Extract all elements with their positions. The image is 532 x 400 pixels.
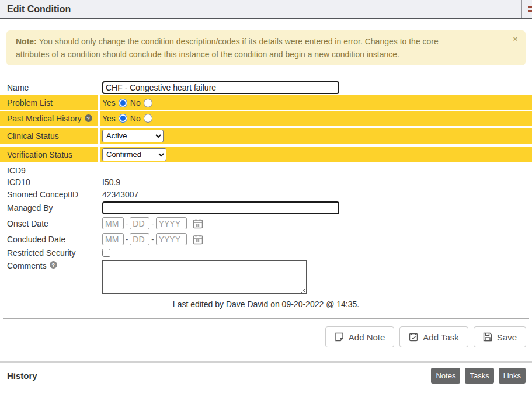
note-icon bbox=[335, 332, 344, 342]
help-icon[interactable]: ? bbox=[50, 261, 57, 269]
problem-list-label: Problem List bbox=[0, 95, 98, 110]
name-row: Name bbox=[0, 80, 532, 95]
snomed-value: 42343007 bbox=[100, 188, 532, 200]
calendar-icon[interactable] bbox=[193, 218, 203, 229]
panel-header: Edit Condition bbox=[0, 0, 532, 19]
calendar-check-icon bbox=[409, 332, 418, 342]
help-icon[interactable]: ? bbox=[85, 114, 92, 122]
managed-by-label: Managed By bbox=[0, 200, 98, 215]
history-section: History Notes Tasks Links bbox=[0, 368, 532, 384]
onset-day-input[interactable] bbox=[130, 217, 149, 229]
problem-list-no-radio[interactable] bbox=[144, 99, 152, 107]
date-separator: - bbox=[126, 235, 128, 244]
onset-month-input[interactable] bbox=[102, 217, 124, 229]
clinical-status-label: Clinical Status bbox=[0, 128, 98, 144]
notes-button[interactable]: Notes bbox=[431, 368, 460, 384]
verification-status-row: Verification Status Confirmed bbox=[0, 147, 532, 162]
edit-condition-form: Name Problem List Yes No Past Medical Hi… bbox=[0, 80, 532, 309]
yes-label: Yes bbox=[102, 114, 116, 123]
calendar-icon[interactable] bbox=[193, 234, 203, 245]
save-icon bbox=[483, 332, 492, 342]
comments-textarea[interactable] bbox=[102, 260, 307, 294]
divider bbox=[0, 361, 532, 363]
tasks-button[interactable]: Tasks bbox=[465, 368, 493, 384]
menu-icon-bar bbox=[528, 10, 532, 12]
history-title: History bbox=[7, 371, 37, 381]
note-line1: You should only change the condition des… bbox=[39, 37, 362, 46]
icd9-row: ICD9 bbox=[0, 165, 532, 176]
date-separator: - bbox=[151, 235, 154, 244]
clinical-status-row: Clinical Status Active bbox=[0, 128, 532, 144]
save-button[interactable]: Save bbox=[474, 326, 526, 347]
onset-date-label: Onset Date bbox=[0, 215, 98, 231]
concluded-date-label: Concluded Date bbox=[0, 231, 98, 247]
comments-row: Comments ? bbox=[0, 259, 532, 295]
action-buttons: Add Note Add Task Save bbox=[0, 326, 526, 347]
icd9-label: ICD9 bbox=[0, 165, 98, 176]
concluded-date-row: Concluded Date - - bbox=[0, 231, 532, 247]
add-task-button[interactable]: Add Task bbox=[399, 326, 468, 347]
page-title: Edit Condition bbox=[0, 4, 71, 15]
verification-status-select[interactable]: Confirmed bbox=[102, 148, 166, 161]
snomed-row: Snomed ConceptID 42343007 bbox=[0, 188, 532, 200]
yes-label: Yes bbox=[102, 98, 116, 107]
past-medical-history-label: Past Medical History bbox=[7, 114, 82, 123]
warning-note-text: Note: You should only change the conditi… bbox=[16, 35, 471, 61]
menu-icon[interactable] bbox=[528, 6, 532, 8]
past-medical-history-row: Past Medical History ? Yes No bbox=[0, 111, 532, 126]
snomed-label: Snomed ConceptID bbox=[0, 188, 98, 200]
managed-by-input[interactable] bbox=[102, 201, 339, 214]
concluded-year-input[interactable] bbox=[156, 233, 187, 245]
verification-status-label: Verification Status bbox=[0, 147, 98, 162]
icd10-row: ICD10 I50.9 bbox=[0, 176, 532, 188]
clinical-status-select[interactable]: Active bbox=[102, 130, 164, 142]
concluded-day-input[interactable] bbox=[130, 233, 149, 245]
last-edited-text: Last edited by Dave David on 09-20-2022 … bbox=[0, 300, 532, 309]
name-label: Name bbox=[0, 80, 98, 95]
divider bbox=[3, 318, 529, 319]
no-label: No bbox=[130, 98, 141, 107]
header-right-panel bbox=[521, 0, 532, 18]
date-separator: - bbox=[126, 219, 128, 228]
restricted-security-checkbox[interactable] bbox=[102, 249, 110, 257]
add-note-button[interactable]: Add Note bbox=[325, 326, 395, 347]
comments-label: Comments bbox=[7, 261, 47, 270]
past-medical-history-yes-radio[interactable] bbox=[119, 114, 127, 123]
past-medical-history-no-radio[interactable] bbox=[144, 114, 152, 123]
icd10-label: ICD10 bbox=[0, 176, 98, 188]
restricted-security-label: Restricted Security bbox=[0, 247, 98, 259]
concluded-month-input[interactable] bbox=[102, 233, 124, 245]
date-separator: - bbox=[151, 219, 154, 228]
note-prefix: Note: bbox=[16, 37, 37, 46]
problem-list-row: Problem List Yes No bbox=[0, 95, 532, 110]
problem-list-yes-radio[interactable] bbox=[119, 99, 127, 107]
no-label: No bbox=[130, 114, 141, 123]
close-icon[interactable]: × bbox=[513, 35, 517, 43]
warning-note: Note: You should only change the conditi… bbox=[6, 30, 526, 65]
restricted-security-row: Restricted Security bbox=[0, 247, 532, 259]
icd10-value: I50.9 bbox=[100, 176, 532, 188]
icd9-value bbox=[100, 165, 532, 176]
onset-date-row: Onset Date - - bbox=[0, 215, 532, 231]
managed-by-row: Managed By bbox=[0, 200, 532, 215]
name-input[interactable] bbox=[102, 81, 339, 94]
links-button[interactable]: Links bbox=[499, 368, 526, 384]
onset-year-input[interactable] bbox=[156, 217, 187, 229]
